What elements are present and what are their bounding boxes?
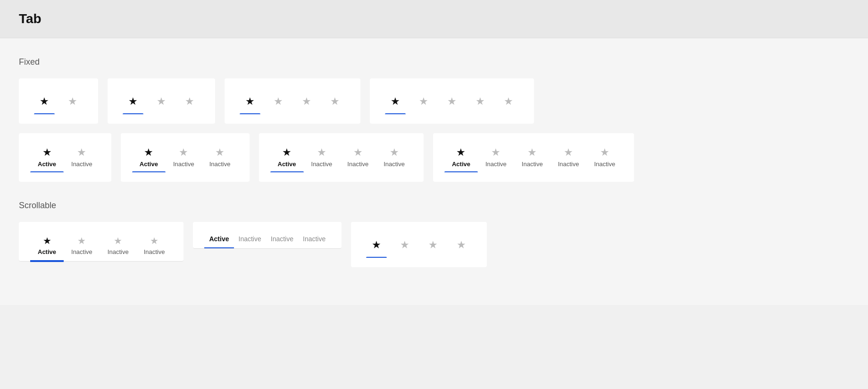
star-icon: ★ <box>43 235 51 246</box>
tab-item-inactive-1[interactable]: ★ <box>391 231 419 258</box>
tab-label: Inactive <box>522 161 543 168</box>
star-icon: ★ <box>114 235 122 246</box>
tab-item-inactive-3[interactable]: Inactive <box>298 231 330 248</box>
tab-item-active[interactable]: ★ Active <box>30 143 64 172</box>
tab-item[interactable]: ★ <box>438 88 466 114</box>
tab-card-2: ★ ★ ★ <box>108 78 215 124</box>
tab-item[interactable]: ★ <box>321 88 349 114</box>
tab-label: Active <box>452 161 470 168</box>
tab-card-1: ★ ★ <box>19 78 98 124</box>
tab-label: Inactive <box>71 161 92 168</box>
tab-item[interactable]: ★ <box>119 88 147 114</box>
tab-item-active[interactable]: ★ Active <box>270 143 304 172</box>
star-icon: ★ <box>68 95 77 108</box>
page-title: Tab <box>19 11 849 26</box>
star-icon: ★ <box>179 146 188 159</box>
tab-item[interactable]: ★ <box>292 88 321 114</box>
tab-label: Inactive <box>303 235 326 243</box>
tab-item-inactive-2[interactable]: ★ Inactive <box>340 143 376 172</box>
tab-item-inactive-2[interactable]: ★ Inactive <box>100 231 136 261</box>
tab-item[interactable]: ★ <box>236 88 264 114</box>
tab-label: Active <box>278 161 296 168</box>
star-icon: ★ <box>302 95 311 108</box>
tab-item[interactable]: ★ <box>175 88 204 114</box>
tab-item-inactive[interactable]: ★ Inactive <box>64 143 100 172</box>
tab-item-inactive-2[interactable]: ★ <box>419 231 447 258</box>
tab-card-3: ★ ★ ★ ★ <box>225 78 360 124</box>
tab-item[interactable]: ★ <box>409 88 438 114</box>
tab-item-inactive-2[interactable]: ★ Inactive <box>202 143 238 172</box>
star-icon: ★ <box>144 146 153 159</box>
tab-item[interactable]: ★ <box>58 88 87 114</box>
star-icon: ★ <box>42 146 52 159</box>
tab-card-7: ★ Active ★ Inactive ★ Inactive ★ Inactiv… <box>259 133 424 182</box>
tab-label: Inactive <box>347 161 368 168</box>
star-icon: ★ <box>428 239 438 251</box>
star-icon: ★ <box>527 146 537 159</box>
star-icon: ★ <box>504 95 513 108</box>
star-icon: ★ <box>157 95 166 108</box>
tab-item-inactive-1[interactable]: ★ Inactive <box>166 143 202 172</box>
star-icon: ★ <box>128 95 138 108</box>
tab-label: Active <box>209 235 229 243</box>
star-icon: ★ <box>600 146 609 159</box>
tab-item[interactable]: ★ <box>30 88 58 114</box>
tab-item-active[interactable]: ★ Active <box>30 231 64 261</box>
tab-card-5: ★ Active ★ Inactive <box>19 133 111 182</box>
tab-label: Inactive <box>108 248 129 255</box>
star-icon: ★ <box>353 146 363 159</box>
star-icon: ★ <box>419 95 428 108</box>
scrollable-card-3: ★ ★ ★ ★ <box>351 222 487 267</box>
fixed-row-2: ★ Active ★ Inactive ★ Active ★ Inactive <box>19 133 849 182</box>
star-icon: ★ <box>564 146 573 159</box>
star-icon: ★ <box>391 95 400 108</box>
tab-label: Active <box>38 161 56 168</box>
tab-card-6: ★ Active ★ Inactive ★ Inactive <box>121 133 250 182</box>
star-icon: ★ <box>245 95 255 108</box>
tab-item-inactive-1[interactable]: Inactive <box>234 231 266 248</box>
section-scrollable-title: Scrollable <box>19 201 849 211</box>
tab-item[interactable]: ★ <box>264 88 292 114</box>
star-icon: ★ <box>330 95 340 108</box>
tab-item[interactable]: ★ <box>381 88 409 114</box>
tab-label: Inactive <box>239 235 261 243</box>
star-icon: ★ <box>372 239 381 251</box>
tab-item[interactable]: ★ <box>147 88 175 114</box>
tab-item-inactive-1[interactable]: ★ Inactive <box>478 143 514 172</box>
scrollable-card-1: ★ Active ★ Inactive ★ Inactive ★ Inactiv… <box>19 222 184 262</box>
tab-item-inactive-2[interactable]: Inactive <box>266 231 298 248</box>
star-icon: ★ <box>282 146 292 159</box>
tab-item-inactive-4[interactable]: ★ Inactive <box>586 143 623 172</box>
tab-item-inactive-3[interactable]: ★ Inactive <box>136 231 173 261</box>
section-fixed: Fixed ★ ★ ★ ★ ★ <box>19 57 849 182</box>
tab-item-inactive-1[interactable]: ★ Inactive <box>304 143 340 172</box>
section-scrollable: Scrollable ★ Active ★ Inactive ★ Inactiv… <box>19 201 849 267</box>
scrollable-row-1: ★ Active ★ Inactive ★ Inactive ★ Inactiv… <box>19 222 849 267</box>
page-content: Fixed ★ ★ ★ ★ ★ <box>0 38 868 305</box>
tab-card-4: ★ ★ ★ ★ ★ <box>370 78 534 124</box>
tab-item-active[interactable]: Active <box>204 231 234 248</box>
star-icon: ★ <box>215 146 225 159</box>
tab-label: Inactive <box>558 161 579 168</box>
tab-item-inactive-3[interactable]: ★ <box>447 231 476 258</box>
tab-item[interactable]: ★ <box>494 88 523 114</box>
star-icon: ★ <box>40 95 49 108</box>
tab-item-active[interactable]: ★ Active <box>444 143 478 172</box>
page-header: Tab <box>0 0 868 38</box>
tab-item[interactable]: ★ <box>466 88 494 114</box>
star-icon: ★ <box>447 95 457 108</box>
tab-label: Active <box>140 161 158 168</box>
star-icon: ★ <box>400 239 409 251</box>
tab-item-inactive-2[interactable]: ★ Inactive <box>514 143 551 172</box>
tab-label: Inactive <box>71 248 92 255</box>
star-icon: ★ <box>317 146 326 159</box>
tab-label: Inactive <box>144 248 165 255</box>
tab-item-active[interactable]: ★ <box>362 231 391 258</box>
star-icon: ★ <box>150 235 159 246</box>
tab-item-inactive-3[interactable]: ★ Inactive <box>376 143 412 172</box>
tab-item-inactive-1[interactable]: ★ Inactive <box>64 231 100 261</box>
scrollable-card-2: Active Inactive Inactive Inactive <box>193 222 342 249</box>
tab-item-active[interactable]: ★ Active <box>132 143 166 172</box>
tab-item-inactive-3[interactable]: ★ Inactive <box>551 143 587 172</box>
tab-label: Active <box>38 248 56 255</box>
